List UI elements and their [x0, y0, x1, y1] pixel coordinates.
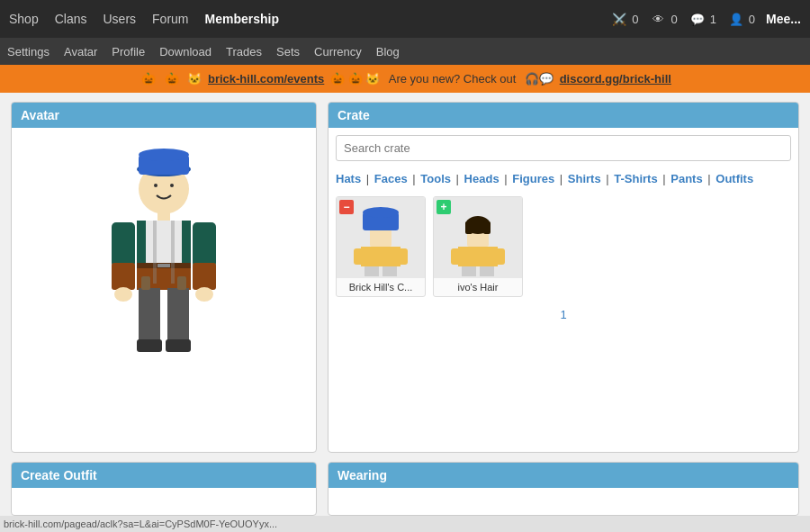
sword-icon: ⚔️	[610, 12, 628, 26]
event-banner: 🎃 🎃 🐱 brick-hill.com/events 🎃 🎃 🐱 Are yo…	[0, 65, 810, 93]
svg-rect-8	[146, 221, 182, 270]
main-content: Avatar	[0, 93, 810, 462]
remove-item-button[interactable]: −	[339, 200, 354, 214]
banner-icon4: 🎃 🎃 🐱	[330, 72, 383, 86]
chat-count-group[interactable]: 💬 1	[688, 12, 716, 26]
create-outfit-header: Create Outfit	[12, 463, 316, 488]
filter-shirts[interactable]: Shirts	[568, 172, 601, 185]
sub-nav: Settings Avatar Profile Download Trades …	[0, 38, 810, 65]
subnav-sets[interactable]: Sets	[276, 45, 300, 59]
page-number: 1	[560, 308, 566, 321]
banner-icon1: 🎃	[141, 72, 156, 86]
subnav-trades[interactable]: Trades	[226, 45, 262, 59]
list-item: + ivo's Hair	[433, 196, 523, 297]
create-outfit-panel: Create Outfit	[11, 462, 317, 516]
svg-point-18	[114, 287, 132, 302]
avatar-display	[12, 128, 316, 434]
crate-item-image: −	[337, 197, 425, 278]
svg-rect-19	[193, 222, 216, 267]
filter-outfits[interactable]: Outfits	[716, 172, 753, 185]
svg-rect-40	[490, 248, 505, 265]
svg-rect-20	[193, 263, 216, 290]
svg-rect-30	[354, 248, 368, 265]
banner-discord-link[interactable]: discord.gg/brick-hill	[560, 72, 671, 86]
banner-new-text: Are you new? Check out	[389, 72, 517, 86]
svg-rect-33	[382, 266, 397, 276]
banner-icon2: 🎃	[165, 72, 179, 86]
svg-rect-37	[483, 221, 490, 234]
svg-rect-6	[158, 212, 170, 221]
top-nav-right: ⚔️ 0 👁 0 💬 1 👤 0 Mee...	[610, 12, 801, 26]
svg-point-1	[154, 184, 158, 187]
crate-item-name: ivo's Hair	[434, 278, 522, 296]
crate-panel: Crate Hats | Faces | Tools | Heads | Fig…	[328, 102, 799, 453]
crate-pagination: 1	[328, 301, 798, 329]
eye-icon: 👁	[649, 12, 667, 26]
svg-rect-17	[112, 263, 135, 290]
crate-items-list: − Brick Hill's C...	[328, 193, 798, 301]
svg-rect-15	[166, 339, 191, 352]
top-nav-links: Shop Clans Users Forum Membership	[9, 12, 279, 26]
avatar-panel: Avatar	[11, 102, 317, 453]
nav-membership[interactable]: Membership	[205, 12, 279, 26]
nav-shop[interactable]: Shop	[9, 12, 39, 26]
crate-panel-header: Crate	[328, 103, 798, 128]
top-nav: Shop Clans Users Forum Membership ⚔️ 0 👁…	[0, 0, 810, 38]
svg-rect-14	[137, 339, 162, 352]
svg-point-2	[170, 184, 174, 187]
svg-point-5	[139, 149, 189, 161]
user-icon: 👤	[727, 12, 745, 26]
subnav-settings[interactable]: Settings	[7, 45, 50, 59]
svg-rect-23	[171, 221, 175, 284]
svg-rect-13	[167, 288, 189, 342]
svg-rect-11	[158, 264, 170, 267]
svg-rect-31	[393, 248, 408, 265]
wearing-panel: Wearing	[328, 462, 799, 516]
item-avatar-svg	[345, 200, 417, 276]
eye-count-group: 👁 0	[649, 12, 677, 26]
svg-rect-36	[465, 221, 472, 234]
svg-rect-16	[112, 222, 135, 267]
avatar-svg	[74, 137, 254, 425]
crate-item-name: Brick Hill's C...	[337, 278, 425, 296]
filter-heads[interactable]: Heads	[464, 172, 500, 185]
user-count: 0	[749, 13, 755, 26]
banner-icon3: 🐱	[187, 72, 202, 86]
wearing-header: Wearing	[328, 463, 798, 488]
nav-users[interactable]: Users	[104, 12, 137, 26]
svg-rect-42	[480, 266, 494, 276]
sword-count: 0	[632, 13, 638, 26]
subnav-avatar[interactable]: Avatar	[64, 45, 97, 59]
meet-label: Mee...	[766, 12, 801, 26]
status-url: brick-hill.com/pagead/aclk?sa=L&ai=CyPSd…	[4, 518, 277, 529]
svg-rect-32	[364, 266, 379, 276]
sword-count-group: ⚔️ 0	[610, 12, 638, 26]
user-count-group[interactable]: 👤 0	[727, 12, 755, 26]
nav-clans[interactable]: Clans	[55, 12, 87, 26]
crate-filters: Hats | Faces | Tools | Heads | Figures |…	[328, 168, 798, 193]
svg-rect-22	[153, 221, 157, 284]
filter-tshirts[interactable]: T-Shirts	[614, 172, 657, 185]
nav-forum[interactable]: Forum	[152, 12, 188, 26]
subnav-profile[interactable]: Profile	[112, 45, 145, 59]
chat-icon: 💬	[688, 12, 706, 26]
subnav-currency[interactable]: Currency	[314, 45, 362, 59]
list-item: − Brick Hill's C...	[336, 196, 426, 297]
banner-events-link[interactable]: brick-hill.com/events	[208, 72, 324, 86]
filter-tools[interactable]: Tools	[420, 172, 451, 185]
filter-faces[interactable]: Faces	[374, 172, 408, 185]
subnav-download[interactable]: Download	[159, 45, 212, 59]
filter-hats[interactable]: Hats	[336, 172, 361, 185]
eye-count: 0	[670, 13, 677, 26]
chat-count: 1	[710, 13, 716, 26]
filter-figures[interactable]: Figures	[512, 172, 554, 185]
add-item-button[interactable]: +	[436, 200, 451, 214]
svg-rect-41	[462, 266, 476, 276]
crate-search-input[interactable]	[336, 135, 791, 161]
item-avatar-svg2	[442, 200, 514, 276]
subnav-blog[interactable]: Blog	[376, 45, 400, 59]
filter-pants[interactable]: Pants	[670, 172, 702, 185]
crate-item-image: +	[434, 197, 522, 278]
avatar-panel-header: Avatar	[12, 103, 316, 128]
svg-point-28	[363, 207, 399, 218]
